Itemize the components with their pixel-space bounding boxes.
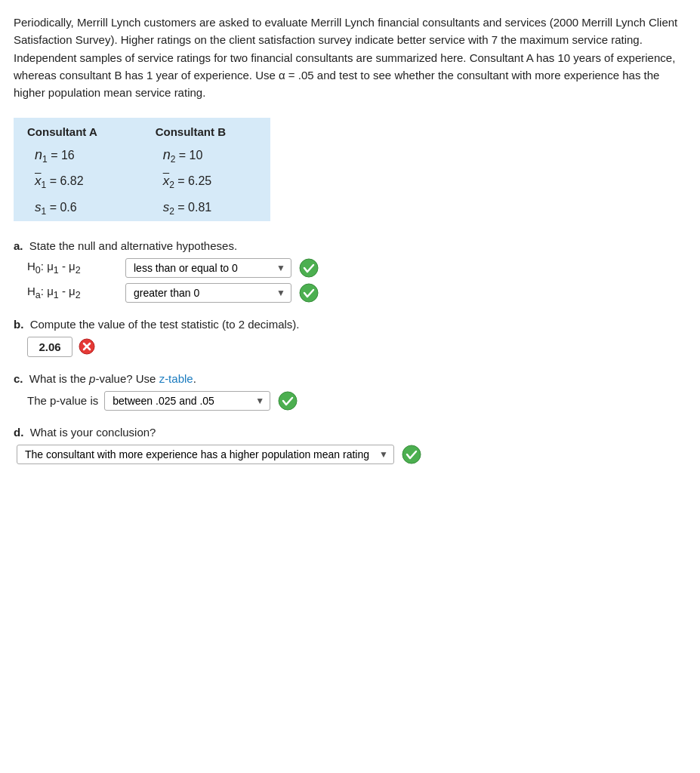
section-a: a. State the null and alternative hypoth… [14,239,682,303]
xbar2-value: x2 = 6.25 [142,169,270,195]
pvalue-select[interactable]: between .025 and .05 less than .025 grea… [104,391,270,411]
data-table: Consultant A Consultant B n1 = 16 n2 = 1… [14,118,270,221]
h0-check-icon [299,258,319,278]
svg-point-5 [279,392,297,410]
pvalue-label: The p-value is [27,394,98,407]
section-c-label: c. What is the p-value? Use z-table. [14,372,682,385]
svg-point-6 [402,445,421,463]
table-row: s1 = 0.6 s2 = 0.81 [14,196,270,221]
xbar1-value: x1 = 6.82 [14,169,142,195]
conclusion-check-icon [402,445,421,464]
conclusion-select-wrapper: The consultant with more experience has … [17,445,394,464]
intro-text: Periodically, Merrill Lynch customers ar… [14,16,677,99]
section-b: b. Compute the value of the test statist… [14,318,682,357]
pvalue-check-icon [278,391,298,411]
section-d-label: d. What is your conclusion? [14,426,682,439]
h0-select-wrapper: less than or equal to 0 greater than 0 e… [125,258,291,278]
ha-check-icon [299,283,319,303]
section-a-label: a. State the null and alternative hypoth… [14,239,682,252]
section-c: c. What is the p-value? Use z-table. The… [14,372,682,411]
h0-label: H0: μ1 - μ2 [27,260,125,276]
s2-value: s2 = 0.81 [142,196,270,221]
h0-select[interactable]: less than or equal to 0 greater than 0 e… [125,258,291,278]
test-stat-value: 2.06 [27,337,72,357]
section-d-title: What is your conclusion? [30,426,156,439]
svg-point-0 [300,259,318,277]
error-icon [79,338,95,355]
s1-value: s1 = 0.6 [14,196,142,221]
n2-value: n2 = 10 [142,143,270,169]
intro-paragraph: Periodically, Merrill Lynch customers ar… [14,14,682,101]
col2-header: Consultant B [142,118,270,143]
n1-value: n1 = 16 [14,143,142,169]
pvalue-row: The p-value is between .025 and .05 less… [27,391,682,411]
ha-label: Ha: μ1 - μ2 [27,285,125,300]
conclusion-row: The consultant with more experience has … [17,445,682,464]
ha-select-wrapper: greater than 0 less than or equal to 0 e… [125,283,291,303]
pvalue-select-wrapper: between .025 and .05 less than .025 grea… [104,391,270,411]
ha-row: Ha: μ1 - μ2 greater than 0 less than or … [27,283,682,303]
section-d: d. What is your conclusion? The consulta… [14,426,682,464]
section-a-title: State the null and alternative hypothese… [29,239,237,252]
section-b-title: Compute the value of the test statistic … [30,318,300,331]
table-row: x1 = 6.82 x2 = 6.25 [14,169,270,195]
h0-row: H0: μ1 - μ2 less than or equal to 0 grea… [27,258,682,278]
conclusion-select[interactable]: The consultant with more experience has … [17,445,394,464]
section-c-title: What is the p-value? Use z-table. [29,372,196,385]
col1-header: Consultant A [14,118,142,143]
section-b-label: b. Compute the value of the test statist… [14,318,682,331]
ha-select[interactable]: greater than 0 less than or equal to 0 e… [125,283,291,303]
table-row: n1 = 16 n2 = 10 [14,143,270,169]
z-table-link[interactable]: z-table [159,372,193,385]
test-stat-row: 2.06 [27,337,682,357]
svg-point-1 [300,284,318,302]
